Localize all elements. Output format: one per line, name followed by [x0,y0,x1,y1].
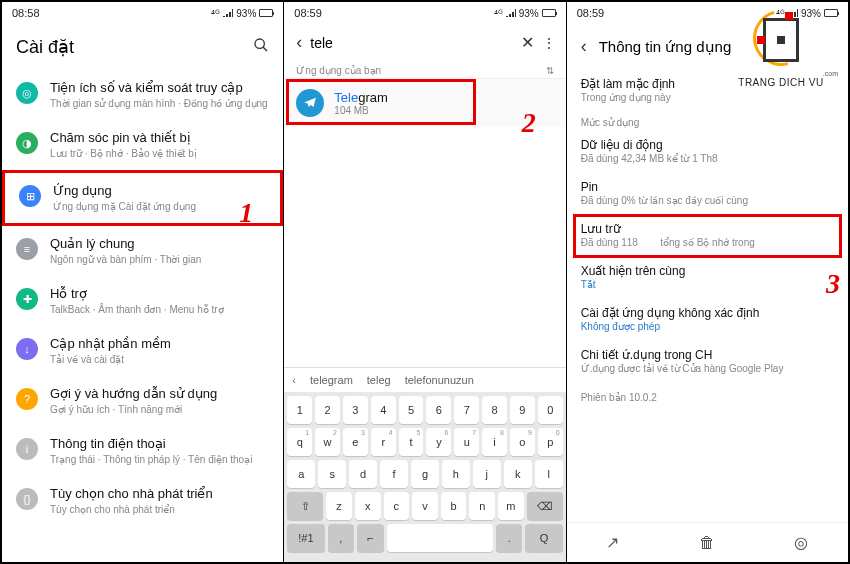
key[interactable]: t5 [399,428,424,456]
settings-item[interactable]: {} Tùy chọn cho nhà phát triển Tùy chọn … [2,476,283,526]
key[interactable]: 1 [287,396,312,424]
key[interactable]: 8 [482,396,507,424]
uninstall-icon[interactable]: 🗑 [699,534,715,552]
key[interactable]: w2 [315,428,340,456]
sort-icon[interactable]: ⇅ [546,65,554,76]
suggestion[interactable]: telegram [310,374,353,386]
key[interactable]: e3 [343,428,368,456]
header: ‹ Thông tin ứng dụng [567,24,848,69]
item-subtitle: Tải về và cài đặt [50,353,269,366]
appear-on-top-item[interactable]: Xuất hiện trên cùng Tắt [579,256,836,298]
search-input[interactable] [310,35,512,51]
app-search-screen: 08:59 ⁴ᴳ 93% ‹ ✕ ⋮ Ứng dụng của bạn ⇅ Te… [284,2,566,562]
backspace-key[interactable]: ⌫ [527,492,563,520]
app-info-screen: 08:59 ⁴ᴳ 93% ‹ Thông tin ứng dụng .com T… [567,2,848,562]
header: Cài đặt [2,24,283,70]
set-default-item[interactable]: Đặt làm mặc định Trong ứng dụng này [579,69,836,111]
item-title: Chăm sóc pin và thiết bị [50,130,269,145]
key[interactable]: s [318,460,346,488]
key[interactable]: d [349,460,377,488]
app-name: Telegram [334,90,387,105]
settings-item[interactable]: ✚ Hỗ trợ TalkBack · Âm thanh đơn · Menu … [2,276,283,326]
settings-item[interactable]: ◎ Tiện ích số và kiểm soát truy cập Thời… [2,70,283,120]
back-icon[interactable]: ‹ [581,36,587,57]
mobile-data-item[interactable]: Dữ liệu di động Đã dùng 42,34 MB kể từ 1… [579,130,836,172]
battery-icon [259,9,273,17]
key[interactable]: 9 [510,396,535,424]
comma-key[interactable]: , [328,524,355,552]
key[interactable]: 0 [538,396,563,424]
back-icon[interactable]: ‹ [296,32,302,53]
search-icon[interactable] [253,37,269,57]
key[interactable]: i8 [482,428,507,456]
key[interactable]: p0 [538,428,563,456]
key[interactable]: v [412,492,438,520]
shift-key[interactable]: ⇧ [287,492,323,520]
symbols-key[interactable]: !#1 [287,524,324,552]
key[interactable]: c [384,492,410,520]
key[interactable]: o9 [510,428,535,456]
lte-icon: ⁴ᴳ [494,8,503,19]
settings-item[interactable]: i Thông tin điện thoại Trạng thái · Thôn… [2,426,283,476]
key[interactable]: h [442,460,470,488]
key[interactable]: b [441,492,467,520]
suggestion[interactable]: teleg [367,374,391,386]
status-bar: 08:59 ⁴ᴳ 93% [284,2,565,24]
key[interactable]: 7 [454,396,479,424]
annotation-marker-2: 2 [522,107,536,139]
key[interactable]: n [469,492,495,520]
key[interactable]: y6 [426,428,451,456]
key[interactable]: r4 [371,428,396,456]
item-subtitle: Tùy chọn cho nhà phát triển [50,503,269,516]
settings-item[interactable]: ≡ Quản lý chung Ngôn ngữ và bàn phím · T… [2,226,283,276]
suggest-back-icon[interactable]: ‹ [292,374,296,386]
keyboard: 1234567890q1w2e3r4t5y6u7i8o9p0asdfghjkl⇧… [284,392,565,562]
search-key[interactable]: Q [525,524,562,552]
key[interactable]: k [504,460,532,488]
clear-icon[interactable]: ✕ [521,33,534,52]
key[interactable]: 3 [343,396,368,424]
key[interactable]: a [287,460,315,488]
keyboard-suggestions: ‹ telegram teleg telefonunuzun [284,367,565,392]
settings-item[interactable]: ↓ Cập nhật phần mềm Tải về và cài đặt [2,326,283,376]
space-key[interactable] [387,524,493,552]
key[interactable]: g [411,460,439,488]
key[interactable]: 4 [371,396,396,424]
item-icon: i [16,438,38,460]
item-subtitle: Trạng thái · Thông tin pháp lý · Tên điệ… [50,453,269,466]
key[interactable]: 6 [426,396,451,424]
key[interactable]: q1 [287,428,312,456]
item-icon: ◎ [16,82,38,104]
period-key[interactable]: . [496,524,523,552]
signal-icon [506,9,516,17]
key[interactable]: f [380,460,408,488]
status-right: ⁴ᴳ 93% [776,8,838,19]
key[interactable]: u7 [454,428,479,456]
suggestion[interactable]: telefonunuzun [405,374,474,386]
section-label: Ứng dụng của bạn ⇅ [284,61,565,79]
battery-item[interactable]: Pin Đã dùng 0% từ lần sạc đầy cuối cùng [579,172,836,214]
open-icon[interactable]: ↗ [606,533,619,552]
key[interactable]: m [498,492,524,520]
app-size: 104 MB [334,105,387,116]
item-title: Quản lý chung [50,236,269,251]
settings-item[interactable]: ? Gợi ý và hướng dẫn sử dụng Gợi ý hữu í… [2,376,283,426]
install-unknown-item[interactable]: Cài đặt ứng dụng không xác định Không đư… [579,298,836,340]
key[interactable]: j [473,460,501,488]
status-time: 08:59 [294,7,322,19]
storage-item[interactable]: Lưu trữ Đã dùng 118 tổng số Bộ nhớ trong [579,214,836,256]
key[interactable]: l [535,460,563,488]
key[interactable]: 2 [315,396,340,424]
key[interactable]: z [326,492,352,520]
settings-item[interactable]: ◑ Chăm sóc pin và thiết bị Lưu trữ · Bộ … [2,120,283,170]
more-icon[interactable]: ⋮ [542,35,554,51]
store-details-item[interactable]: Chi tiết ứ.dụng trong CH Ứ.dụng được tải… [579,340,836,382]
bottom-actions: ↗ 🗑 ◎ [567,522,848,562]
force-stop-icon[interactable]: ◎ [794,533,808,552]
signal-icon [788,9,798,17]
key[interactable]: x [355,492,381,520]
item-title: Ứng dụng [53,183,266,198]
lang-key[interactable]: ⌐ [357,524,384,552]
page-title: Thông tin ứng dụng [599,38,834,56]
key[interactable]: 5 [399,396,424,424]
